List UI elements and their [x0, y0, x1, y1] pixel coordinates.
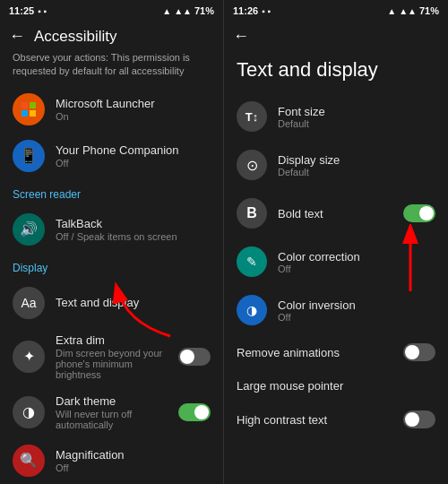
magnification-subtitle: Off: [56, 462, 211, 473]
right-panel: 11:26 ▪ ▪ ▲ ▲▲ 71% ← Text and display T↕…: [224, 0, 448, 484]
text-display-title: Text and display: [56, 296, 211, 309]
your-phone-text: Your Phone Companion Off: [56, 143, 211, 169]
magnification-title: Magnification: [56, 448, 211, 462]
right-item-large-mouse[interactable]: Large mouse pointer: [224, 370, 448, 402]
your-phone-title: Your Phone Companion: [56, 143, 211, 157]
bold-text-text: Bold text: [278, 207, 392, 220]
left-panel: 11:25 ▪ ▪ ▲ ▲▲ 71% ← Accessibility Obser…: [0, 0, 224, 484]
display-size-icon: ⊙: [237, 150, 267, 180]
microsoft-launcher-icon: [13, 93, 45, 125]
right-signal-icon: ▲▲: [399, 6, 417, 16]
color-correction-subtitle: Off: [278, 264, 435, 274]
dark-theme-icon: ◑: [13, 396, 45, 428]
bold-text-toggle[interactable]: [403, 204, 435, 222]
talkback-icon: 🔊: [13, 213, 45, 246]
extra-dim-toggle[interactable]: [178, 348, 211, 366]
bold-text-title: Bold text: [278, 207, 392, 220]
list-item-extra-dim[interactable]: ✦ Extra dim Dim screen beyond your phone…: [0, 326, 223, 387]
right-back-button[interactable]: ←: [233, 27, 249, 46]
color-inversion-text: Color inversion Off: [278, 298, 435, 323]
magnification-icon: 🔍: [13, 445, 45, 477]
display-size-text: Display size Default: [278, 153, 435, 177]
right-status-bar: 11:26 ▪ ▪ ▲ ▲▲ 71%: [224, 0, 448, 22]
extra-dim-title: Extra dim: [56, 333, 168, 347]
list-item-dark-theme[interactable]: ◑ Dark theme Will never turn off automat…: [0, 387, 223, 437]
extra-dim-text: Extra dim Dim screen beyond your phone's…: [56, 333, 168, 380]
large-mouse-title: Large mouse pointer: [237, 379, 435, 393]
microsoft-launcher-text: Microsoft Launcher On: [56, 97, 211, 122]
font-size-title: Font size: [278, 105, 435, 118]
remove-animations-title: Remove animations: [237, 346, 392, 359]
section-display: Display: [0, 253, 223, 280]
font-size-text: Font size Default: [278, 105, 435, 129]
color-inversion-icon: ◑: [237, 295, 267, 325]
right-battery: 71%: [419, 5, 439, 16]
left-battery: 71%: [194, 5, 214, 16]
right-page-title: Text and display: [224, 51, 448, 92]
text-display-icon: Aa: [13, 287, 45, 319]
left-notifications-icon: ▪ ▪: [38, 6, 47, 16]
right-notifications-icon: ▪ ▪: [262, 6, 271, 16]
dark-theme-subtitle: Will never turn off automatically: [56, 409, 168, 430]
list-item-your-phone[interactable]: 📱 Your Phone Companion Off: [0, 133, 223, 179]
microsoft-launcher-subtitle: On: [56, 111, 211, 122]
svg-rect-3: [30, 110, 36, 117]
list-item-microsoft-launcher[interactable]: Microsoft Launcher On: [0, 86, 223, 133]
display-size-subtitle: Default: [278, 167, 435, 177]
svg-rect-2: [22, 110, 28, 117]
dark-theme-toggle[interactable]: [178, 403, 211, 421]
right-item-display-size[interactable]: ⊙ Display size Default: [224, 141, 448, 189]
talkback-subtitle: Off / Speak items on screen: [56, 231, 211, 242]
extra-dim-icon: ✦: [13, 341, 45, 373]
talkback-text: TalkBack Off / Speak items on screen: [56, 217, 211, 242]
color-correction-icon: ✎: [237, 246, 267, 277]
list-item-talkback[interactable]: 🔊 TalkBack Off / Speak items on screen: [0, 206, 223, 253]
remove-animations-text: Remove animations: [237, 346, 392, 359]
color-inversion-title: Color inversion: [278, 298, 435, 312]
left-status-bar: 11:25 ▪ ▪ ▲ ▲▲ 71%: [0, 0, 223, 22]
remove-animations-toggle[interactable]: [403, 343, 435, 361]
right-top-bar: ←: [224, 22, 448, 51]
bold-text-icon: B: [237, 198, 267, 229]
high-contrast-text: High contrast text: [237, 413, 392, 427]
high-contrast-title: High contrast text: [237, 413, 392, 427]
magnification-text: Magnification Off: [56, 448, 211, 473]
left-signal-icon: ▲▲: [174, 6, 192, 16]
microsoft-launcher-title: Microsoft Launcher: [56, 97, 211, 110]
right-item-font-size[interactable]: T↕ Font size Default: [224, 92, 448, 141]
extra-dim-subtitle: Dim screen beyond your phone's minimum b…: [56, 348, 168, 380]
svg-rect-0: [22, 102, 28, 108]
left-time: 11:25: [9, 5, 34, 16]
color-inversion-subtitle: Off: [278, 312, 435, 323]
svg-rect-1: [30, 102, 36, 108]
color-correction-title: Color correction: [278, 250, 435, 264]
dark-theme-title: Dark theme: [56, 394, 168, 408]
font-size-icon: T↕: [237, 101, 267, 132]
left-subtitle: Observe your actions: This permission is…: [0, 51, 223, 86]
right-item-color-inversion[interactable]: ◑ Color inversion Off: [224, 286, 448, 334]
left-wifi-icon: ▲: [162, 6, 171, 16]
section-screen-reader: Screen reader: [0, 179, 223, 206]
font-size-subtitle: Default: [278, 118, 435, 129]
left-back-button[interactable]: ←: [9, 27, 25, 46]
talkback-title: TalkBack: [56, 217, 211, 230]
high-contrast-toggle[interactable]: [403, 411, 435, 428]
your-phone-subtitle: Off: [56, 158, 211, 169]
list-item-magnification[interactable]: 🔍 Magnification Off: [0, 437, 223, 484]
color-correction-text: Color correction Off: [278, 250, 435, 274]
right-time: 11:26: [233, 5, 258, 16]
display-size-title: Display size: [278, 153, 435, 167]
right-wifi-icon: ▲: [387, 6, 396, 16]
right-item-color-correction[interactable]: ✎ Color correction Off: [224, 238, 448, 286]
list-item-text-display[interactable]: Aa Text and display: [0, 280, 223, 326]
large-mouse-text: Large mouse pointer: [237, 379, 435, 393]
your-phone-icon: 📱: [13, 140, 45, 172]
right-item-high-contrast[interactable]: High contrast text: [224, 402, 448, 437]
right-item-remove-animations[interactable]: Remove animations: [224, 334, 448, 370]
dark-theme-text: Dark theme Will never turn off automatic…: [56, 394, 168, 430]
text-display-text: Text and display: [56, 296, 211, 309]
right-item-bold-text[interactable]: B Bold text: [224, 189, 448, 238]
left-page-title: Accessibility: [34, 28, 117, 46]
left-top-bar: ← Accessibility: [0, 22, 223, 51]
